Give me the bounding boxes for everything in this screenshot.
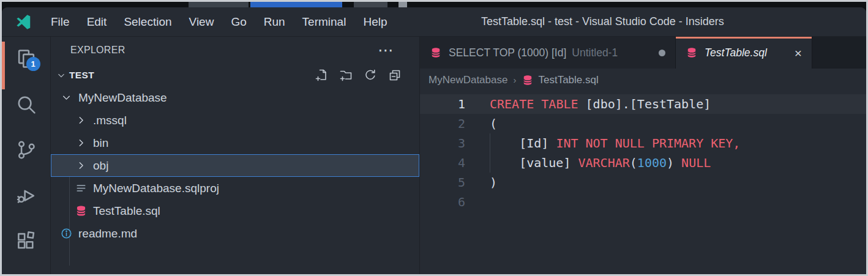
tree-item-label: bin xyxy=(93,136,108,150)
window-title: TestTable.sql - test - Visual Studio Cod… xyxy=(481,7,724,36)
tree-item-label: MyNewDatabase.sqlproj xyxy=(93,182,219,195)
close-icon[interactable]: × xyxy=(795,47,802,59)
screenshot-frame: FileEditSelectionViewGoRunTerminalHelp T… xyxy=(0,0,868,276)
menu-item-go[interactable]: Go xyxy=(222,7,255,36)
database-icon xyxy=(430,47,442,59)
menu-item-edit[interactable]: Edit xyxy=(78,7,116,36)
tree-item-label: TestTable.sql xyxy=(93,204,160,218)
line-number: 4 xyxy=(420,153,465,173)
breadcrumb: MyNewDatabase › TestTable.sql xyxy=(420,69,866,91)
new-folder-icon[interactable] xyxy=(339,68,353,83)
tab-bar: SELECT TOP (1000) [Id]Untitled-1TestTabl… xyxy=(420,37,866,69)
chevron-down-icon xyxy=(56,70,67,81)
activity-item-explorer[interactable]: 1 xyxy=(12,47,41,71)
explorer-badge: 1 xyxy=(26,57,40,71)
line-number: 5 xyxy=(420,173,465,192)
menu-item-run[interactable]: Run xyxy=(255,7,294,36)
tab-label: TestTable.sql xyxy=(705,47,767,59)
chevron-right-icon xyxy=(75,136,88,149)
sidebar-title: EXPLORER xyxy=(70,45,125,56)
editor[interactable]: 1CREATE TABLE [dbo].[TestTable]2(3 [Id] … xyxy=(420,91,866,274)
code-text: [Id] INT NOT NULL PRIMARY KEY, xyxy=(490,133,740,153)
line-number: 6 xyxy=(420,192,465,212)
vscode-insiders-logo xyxy=(14,13,32,31)
breadcrumb-folder[interactable]: MyNewDatabase xyxy=(428,74,507,86)
source-control-icon xyxy=(15,138,38,162)
database-icon xyxy=(522,74,534,86)
indent-guide xyxy=(490,153,490,173)
chevron-right-icon xyxy=(75,114,88,127)
tree-item-bin[interactable]: bin xyxy=(51,132,419,154)
activity-bar: 1 xyxy=(2,37,51,274)
menu-item-help[interactable]: Help xyxy=(354,7,395,36)
background-window-strip xyxy=(2,2,866,7)
code-line-1[interactable]: 1CREATE TABLE [dbo].[TestTable] xyxy=(420,94,866,114)
more-actions-icon[interactable]: ⋯ xyxy=(378,47,395,53)
code-line-6[interactable]: 6 xyxy=(420,192,866,212)
activity-item-extensions[interactable] xyxy=(12,229,41,253)
collapse-folders-icon[interactable] xyxy=(387,68,402,83)
modified-dot-icon[interactable] xyxy=(659,50,665,56)
chevron-right-icon xyxy=(75,159,88,172)
token: 1000 xyxy=(637,155,667,170)
code-text: ( xyxy=(490,114,497,133)
tab-testtable-sql[interactable]: TestTable.sql× xyxy=(676,37,812,69)
menu-item-view[interactable]: View xyxy=(181,7,223,36)
code-line-5[interactable]: 5) xyxy=(420,173,866,192)
line-number: 3 xyxy=(420,133,465,153)
tree-item-label: readme.md xyxy=(78,227,137,241)
token xyxy=(674,155,681,170)
explorer-sidebar: EXPLORER ⋯ TEST MyNewDatabase.mssqlbinob… xyxy=(51,37,420,274)
workbench: 1 EXPLORER ⋯ TEST MyNewDatabase.mssqlbin… xyxy=(2,37,866,274)
tree-item-mynewdatabase-sqlproj[interactable]: MyNewDatabase.sqlproj xyxy=(51,177,419,200)
vscode-window: FileEditSelectionViewGoRunTerminalHelp T… xyxy=(2,7,866,274)
tab-label: SELECT TOP (1000) [Id] xyxy=(449,47,566,59)
line-number: 1 xyxy=(420,94,465,114)
tree-item-mynewdatabase[interactable]: MyNewDatabase xyxy=(51,86,419,109)
code-line-4[interactable]: 4 [value] VARCHAR(1000) NULL xyxy=(420,153,866,173)
line-number: 2 xyxy=(420,114,465,133)
menu-item-terminal[interactable]: Terminal xyxy=(294,7,355,36)
code-line-3[interactable]: 3 [Id] INT NOT NULL PRIMARY KEY, xyxy=(420,133,866,153)
menu-item-file[interactable]: File xyxy=(42,7,78,36)
activity-item-search[interactable] xyxy=(12,92,41,116)
tab-detail: Untitled-1 xyxy=(572,47,618,59)
token xyxy=(534,97,541,111)
info-icon xyxy=(60,227,73,240)
token: [value] xyxy=(490,155,578,170)
indent-guide xyxy=(490,133,490,153)
background-fragment xyxy=(354,2,387,7)
section-actions xyxy=(314,68,402,83)
tree-item-readme-md[interactable]: readme.md xyxy=(51,222,419,245)
token: INT NOT NULL PRIMARY KEY, xyxy=(556,136,740,151)
breadcrumb-file[interactable]: TestTable.sql xyxy=(538,74,598,86)
code-line-2[interactable]: 2( xyxy=(420,114,866,133)
code-text: ) xyxy=(490,173,497,192)
tab-untitled-1[interactable]: SELECT TOP (1000) [Id]Untitled-1 xyxy=(420,37,676,69)
code-text: [value] VARCHAR(1000) NULL xyxy=(490,153,711,173)
debug-icon xyxy=(15,184,38,207)
tree-item-testtable-sql[interactable]: TestTable.sql xyxy=(51,200,419,222)
tree-item-label: .mssql xyxy=(93,114,127,127)
token: [dbo].[TestTable] xyxy=(578,97,711,111)
token: CREATE xyxy=(490,97,534,111)
background-fragment xyxy=(250,2,342,7)
tree-item--mssql[interactable]: .mssql xyxy=(51,109,419,132)
section-header-test[interactable]: TEST xyxy=(51,64,419,86)
new-file-icon[interactable] xyxy=(314,68,329,83)
token: ( xyxy=(630,155,637,170)
token: ) xyxy=(667,155,674,170)
search-icon xyxy=(15,93,38,116)
tree-item-label: obj xyxy=(93,159,108,173)
extensions-icon xyxy=(15,229,38,253)
tree-item-obj[interactable]: obj xyxy=(51,154,419,177)
chevron-down-icon xyxy=(60,91,73,104)
menu-item-selection[interactable]: Selection xyxy=(115,7,180,36)
active-view-indicator xyxy=(2,42,5,89)
refresh-explorer-icon[interactable] xyxy=(363,68,378,83)
list-icon xyxy=(75,182,88,195)
activity-item-run-debug[interactable] xyxy=(12,183,41,207)
activity-item-source-control[interactable] xyxy=(12,138,41,162)
chevron-right-icon: › xyxy=(513,75,516,85)
title-bar: FileEditSelectionViewGoRunTerminalHelp T… xyxy=(2,7,866,37)
